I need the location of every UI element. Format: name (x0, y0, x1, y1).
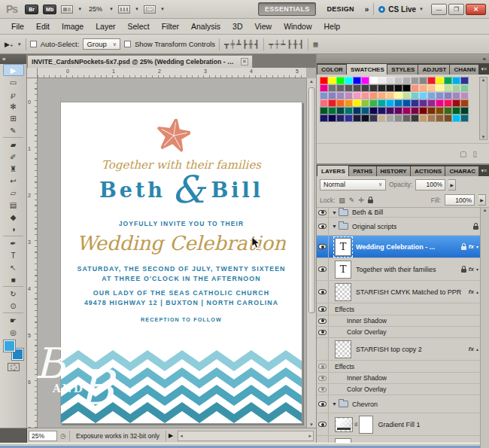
color-swatch[interactable] (320, 84, 328, 92)
color-swatch[interactable] (378, 84, 386, 92)
color-swatch[interactable] (419, 99, 427, 107)
new-swatch-icon[interactable]: ▢ (460, 150, 466, 158)
layers-scrollbar[interactable]: ▲▼ (480, 208, 489, 448)
color-swatch[interactable] (386, 92, 394, 99)
color-swatch[interactable] (436, 107, 444, 114)
color-swatch[interactable] (336, 107, 345, 114)
color-swatch[interactable] (394, 99, 402, 107)
color-swatch[interactable] (427, 77, 436, 84)
current-tool-icon[interactable]: ▶₊ (5, 41, 14, 48)
show-transform-checkbox[interactable] (124, 41, 131, 47)
color-swatch[interactable] (345, 107, 353, 114)
menu-view[interactable]: View (250, 20, 278, 32)
color-swatch[interactable] (411, 114, 419, 122)
color-swatch[interactable] (369, 99, 378, 107)
clone-stamp-tool[interactable]: ♜ (3, 163, 24, 175)
swatches-tab-chann[interactable]: CHANN (450, 65, 478, 75)
status-zoom-field[interactable]: 25% (29, 431, 57, 441)
color-swatch[interactable] (320, 107, 328, 114)
hand-tool[interactable]: ☛ (3, 314, 24, 326)
auto-align-button[interactable]: ▦ (312, 40, 318, 48)
color-swatch[interactable] (436, 92, 444, 99)
path-selection-tool[interactable]: ↖ (3, 261, 24, 273)
restore-button[interactable]: ❐ (448, 4, 464, 15)
pen-tool[interactable]: ✒ (3, 237, 24, 249)
color-swatch[interactable] (444, 92, 452, 99)
layer-row[interactable]: 8Gradient Fill 1 (317, 413, 489, 436)
mini-bridge-button[interactable]: Mb (43, 5, 56, 14)
opacity-spinner-icon[interactable]: ▶ (448, 179, 456, 190)
color-swatch[interactable] (460, 114, 469, 122)
color-swatch[interactable] (369, 77, 378, 84)
color-swatch[interactable] (336, 84, 345, 92)
color-swatch[interactable] (411, 99, 419, 107)
scroll-right-icon[interactable]: ▸ (308, 433, 311, 439)
workspace-design[interactable]: DESIGN (320, 3, 360, 15)
color-swatch[interactable] (411, 84, 419, 92)
layer-row[interactable]: ▼Beth & Bill (317, 208, 489, 218)
layer-thumbnail[interactable] (335, 283, 351, 301)
view-extras-icon[interactable] (118, 5, 130, 14)
eye-icon[interactable] (318, 387, 327, 392)
eye-icon[interactable] (318, 210, 327, 215)
color-swatch[interactable] (336, 114, 345, 122)
status-flyout-icon[interactable]: ▶ (166, 432, 175, 439)
color-swatch[interactable] (436, 114, 444, 122)
color-swatch[interactable] (320, 99, 328, 107)
color-swatch[interactable] (369, 107, 378, 114)
color-swatch[interactable] (336, 77, 345, 84)
color-swatch[interactable] (411, 77, 419, 84)
color-swatch[interactable] (444, 77, 452, 84)
color-swatch[interactable] (353, 99, 361, 107)
menu-select[interactable]: Select (122, 20, 154, 32)
healing-brush-tool[interactable]: ▰ (3, 139, 24, 151)
color-swatch[interactable] (361, 99, 369, 107)
lock-transparent-icon[interactable]: ▨ (339, 197, 345, 204)
mask-thumbnail[interactable] (359, 416, 373, 434)
menu-help[interactable]: Help (318, 20, 345, 32)
color-swatch[interactable] (402, 84, 411, 92)
color-swatch[interactable] (444, 107, 452, 114)
text-layer-thumbnail[interactable] (335, 238, 351, 256)
layout-picker-icon[interactable] (61, 5, 73, 14)
layers-scroll-up-icon[interactable]: ▲ (483, 208, 487, 212)
scroll-left-icon[interactable]: ◂ (180, 433, 183, 439)
color-swatch[interactable] (394, 107, 402, 114)
fx-toggle-icon[interactable]: ▴ (476, 289, 478, 294)
quick-mask-button[interactable] (8, 363, 20, 371)
color-swatch[interactable] (345, 84, 353, 92)
scroll-thumb[interactable] (308, 87, 315, 313)
lock-position-icon[interactable]: ✛ (358, 197, 364, 204)
menu-file[interactable]: File (6, 20, 29, 32)
lasso-tool[interactable]: ℘ (3, 88, 24, 100)
color-swatch[interactable] (336, 99, 345, 107)
color-swatch[interactable] (452, 84, 460, 92)
align-button-2[interactable]: ┻ (235, 40, 241, 48)
layers-tab-paths[interactable]: PATHS (349, 166, 375, 176)
foreground-color-swatch[interactable] (4, 340, 15, 352)
menu-window[interactable]: Window (278, 20, 317, 32)
zoom-level-dropdown[interactable]: 25% (87, 5, 105, 14)
menu-edit[interactable]: Edit (31, 20, 55, 32)
gradient-tool[interactable]: ▤ (3, 199, 24, 211)
color-swatch[interactable] (361, 84, 369, 92)
type-tool[interactable]: T (3, 249, 24, 261)
color-swatch[interactable] (460, 84, 469, 92)
3d-orbit-tool[interactable]: ⊙ (3, 300, 24, 312)
color-swatch[interactable] (320, 92, 328, 99)
fill-spinner-icon[interactable]: ▶ (478, 194, 486, 206)
visibility-well[interactable] (317, 384, 329, 395)
dodge-tool[interactable]: ◑ (3, 223, 24, 235)
layer-row[interactable]: Inner Shadow (317, 373, 489, 384)
rectangular-marquee-tool[interactable]: ▭ (3, 76, 24, 88)
color-swatch[interactable] (328, 114, 336, 122)
color-swatch[interactable] (427, 114, 436, 122)
layer-row[interactable]: Effects (317, 303, 489, 315)
swatches-tab-adjust[interactable]: ADJUST (418, 65, 449, 75)
menu-analysis[interactable]: Analysis (186, 20, 226, 32)
color-swatch[interactable] (460, 92, 469, 99)
align-button-3[interactable]: ┣ (241, 40, 248, 48)
color-swatch[interactable] (320, 77, 328, 84)
color-swatch[interactable] (444, 84, 452, 92)
color-swatch[interactable] (369, 114, 378, 122)
